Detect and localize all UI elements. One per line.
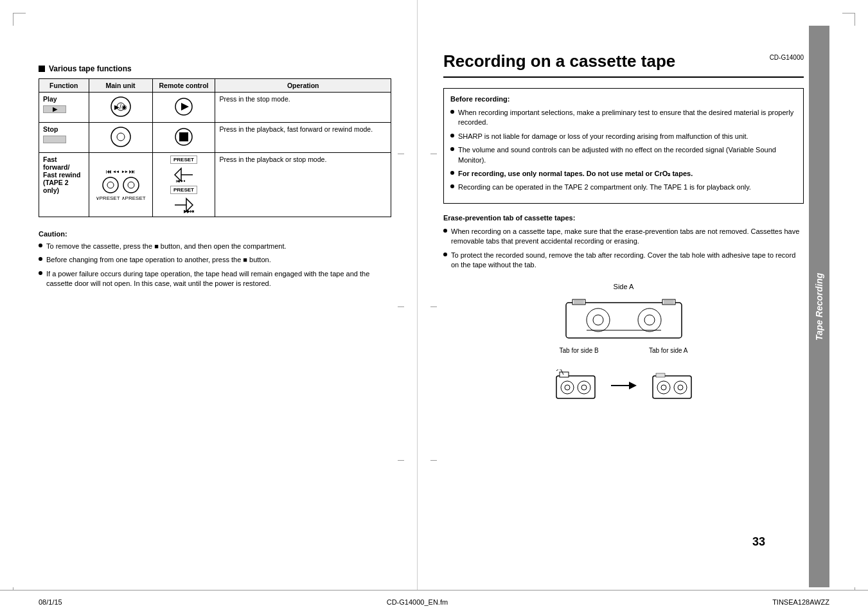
caution-item-3: If a power failure occurs during tape op… bbox=[39, 269, 391, 289]
function-play: Play ▶ bbox=[39, 93, 89, 123]
svg-point-21 bbox=[593, 315, 603, 325]
before-rec-item-1: When recording important selections, mak… bbox=[450, 108, 797, 128]
svg-rect-46 bbox=[656, 373, 665, 377]
svg-point-36 bbox=[578, 381, 590, 394]
bullet-dot bbox=[39, 271, 42, 275]
side-mark-left-mid bbox=[430, 306, 437, 307]
before-rec-item-2: SHARP is not liable for damage or loss o… bbox=[450, 132, 797, 141]
bullet-dot bbox=[450, 171, 454, 175]
table-row-play: Play ▶ ▶/◉ bbox=[39, 93, 391, 123]
caution-label: Caution: bbox=[39, 230, 391, 238]
bullet-dot bbox=[450, 110, 454, 114]
tab-a-label: Tab for side A bbox=[649, 347, 688, 354]
table-row-stop: Stop bbox=[39, 123, 391, 153]
caution-list: To remove the cassette, press the ■ butt… bbox=[39, 242, 391, 289]
svg-point-35 bbox=[565, 385, 570, 390]
before-rec-item-5: Recording can be operated in the TAPE 2 … bbox=[450, 182, 797, 192]
svg-rect-8 bbox=[179, 132, 188, 141]
svg-point-43 bbox=[661, 385, 666, 390]
footer-strip: 08/1/15 CD-G14000_EN.fm TINSEA128AWZZ bbox=[0, 590, 868, 613]
function-ff-rew: Fast forward/ Fast rewind (TAPE 2 only) bbox=[39, 153, 89, 217]
table-row-ff-rew: Fast forward/ Fast rewind (TAPE 2 only) … bbox=[39, 153, 391, 217]
erase-prevention-section: Erase-prevention tab of cassette tapes: … bbox=[443, 214, 804, 271]
corner-mark-tl bbox=[13, 13, 26, 26]
side-a-label: Side A bbox=[560, 283, 688, 290]
svg-rect-19 bbox=[566, 303, 682, 338]
bullet-dot bbox=[443, 253, 447, 256]
operation-stop: Press in the playback, fast forward or r… bbox=[215, 123, 391, 153]
corner-mark-tr bbox=[842, 13, 855, 26]
svg-point-34 bbox=[561, 381, 574, 394]
side-mark-left-bot bbox=[430, 460, 437, 461]
page-title: Recording on a cassette tape bbox=[443, 51, 675, 71]
before-rec-item-4: For recording, use only normal tapes. Do… bbox=[450, 169, 797, 179]
bullet-dot bbox=[39, 244, 42, 247]
main-unit-ff-rew: ⏮ ◀◀ ▶▶ ⏭ bbox=[89, 153, 152, 217]
svg-point-23 bbox=[644, 315, 655, 325]
side-mark-top bbox=[398, 154, 404, 154]
before-recording-title: Before recording: bbox=[450, 95, 797, 103]
svg-point-37 bbox=[581, 385, 587, 390]
svg-point-22 bbox=[638, 308, 661, 332]
erase-prevention-title: Erase-prevention tab of cassette tapes: bbox=[443, 214, 804, 222]
bullet-dot bbox=[450, 184, 454, 188]
col-operation: Operation bbox=[215, 79, 391, 93]
svg-marker-4 bbox=[181, 103, 189, 111]
tab-b-label: Tab for side B bbox=[560, 347, 599, 354]
after-cassette-svg bbox=[650, 369, 695, 402]
bullet-dot bbox=[39, 257, 42, 261]
before-cassette-svg bbox=[553, 369, 598, 402]
operation-ff-rew: Press in the playback or stop mode. bbox=[215, 153, 391, 217]
svg-text:⏮◀◀: ⏮◀◀ bbox=[176, 179, 186, 183]
svg-point-9 bbox=[103, 177, 118, 193]
tape-functions-table: Function Main unit Remote control Operat… bbox=[39, 78, 391, 217]
page-title-area: Recording on a cassette tape CD-G14000 bbox=[443, 51, 804, 78]
erase-item-2: To protect the recorded sound, remove th… bbox=[443, 251, 804, 271]
svg-text:▶▶⏭: ▶▶⏭ bbox=[184, 209, 195, 213]
remote-stop bbox=[152, 123, 215, 153]
section-title: Various tape functions bbox=[49, 64, 132, 73]
right-content: Recording on a cassette tape CD-G14000 B… bbox=[443, 26, 804, 587]
svg-point-44 bbox=[674, 381, 687, 394]
col-remote: Remote control bbox=[152, 79, 215, 93]
bullet-dot bbox=[450, 147, 454, 151]
svg-point-45 bbox=[678, 385, 683, 390]
main-unit-play: ▶/◉ bbox=[89, 93, 152, 123]
before-rec-item-3: The volume and sound controls can be adj… bbox=[450, 145, 797, 165]
caution-item-2: Before changing from one tape operation … bbox=[39, 255, 391, 265]
svg-point-20 bbox=[587, 308, 610, 332]
svg-point-10 bbox=[107, 182, 114, 188]
svg-point-12 bbox=[128, 182, 134, 188]
side-mark-mid bbox=[398, 306, 404, 307]
svg-rect-41 bbox=[653, 376, 691, 398]
svg-point-42 bbox=[657, 381, 670, 394]
svg-point-11 bbox=[123, 177, 139, 193]
before-recording-list: When recording important selections, mak… bbox=[450, 108, 797, 193]
side-mark-bot bbox=[398, 460, 404, 461]
main-unit-stop bbox=[89, 123, 152, 153]
col-function: Function bbox=[39, 79, 89, 93]
cassette-diagram: Side A bbox=[443, 276, 804, 402]
svg-point-5 bbox=[111, 127, 130, 147]
section-icon bbox=[39, 66, 45, 72]
before-recording-box: Before recording: When recording importa… bbox=[443, 88, 804, 204]
page-number: 33 bbox=[752, 535, 765, 549]
bullet-dot bbox=[450, 134, 454, 138]
section-heading: Various tape functions bbox=[39, 64, 391, 73]
col-main-unit: Main unit bbox=[89, 79, 152, 93]
svg-point-6 bbox=[117, 133, 125, 141]
footer-filename: CD-G14000_EN.fm bbox=[387, 598, 448, 606]
side-mark-left-top bbox=[430, 154, 437, 154]
svg-rect-38 bbox=[560, 372, 569, 377]
cassette-svg bbox=[560, 293, 688, 344]
remote-play bbox=[152, 93, 215, 123]
bullet-dot bbox=[443, 229, 447, 233]
footer-date: 08/1/15 bbox=[39, 598, 62, 606]
arrow-svg bbox=[611, 376, 637, 395]
function-stop: Stop bbox=[39, 123, 89, 153]
right-page: Recording on a cassette tape CD-G14000 B… bbox=[418, 0, 868, 613]
remote-ff-rew: PRESET ⏮◀◀ PRESET ▶▶⏭ bbox=[152, 153, 215, 217]
operation-play: Press in the stop mode. bbox=[215, 93, 391, 123]
caution-section: Caution: To remove the cassette, press t… bbox=[39, 230, 391, 289]
erase-prevention-list: When recording on a cassette tape, make … bbox=[443, 227, 804, 271]
